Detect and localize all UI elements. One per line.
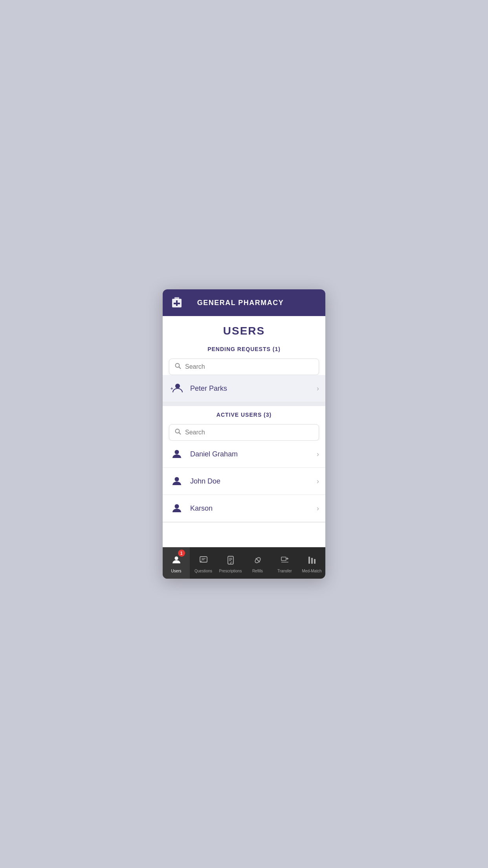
app-header: GENERAL PHARMACY: [163, 289, 325, 316]
nav-item-users[interactable]: 1 Users: [163, 547, 190, 579]
active-user-chevron-1: ›: [317, 477, 319, 485]
pending-requests-header: PENDING REQUESTS (1): [163, 341, 325, 356]
active-search-input[interactable]: [185, 429, 313, 436]
active-user-icon-1: [169, 473, 185, 489]
svg-line-24: [256, 558, 260, 562]
svg-rect-28: [308, 557, 310, 564]
pending-requests-section: PENDING REQUESTS (1) +: [163, 341, 325, 402]
pending-search-input[interactable]: [185, 363, 313, 370]
users-nav-icon: [172, 555, 181, 567]
svg-point-13: [174, 556, 178, 560]
app-frame: GENERAL PHARMACY USERS PENDING REQUESTS …: [163, 289, 325, 579]
nav-item-prescriptions[interactable]: Prescriptions: [217, 547, 244, 579]
svg-line-9: [179, 433, 181, 434]
users-nav-label: Users: [171, 569, 181, 573]
page-title: USERS: [163, 316, 325, 341]
svg-point-10: [175, 450, 179, 454]
active-search-icon: [175, 428, 181, 436]
svg-rect-2: [174, 303, 180, 304]
bottom-divider: [163, 522, 325, 522]
svg-line-5: [179, 367, 181, 369]
medmatch-nav-icon: [307, 555, 317, 567]
questions-nav-icon: [199, 555, 208, 567]
pending-search-container: [169, 359, 319, 375]
active-user-name-0: Daniel Graham: [190, 450, 317, 458]
svg-rect-25: [281, 557, 286, 561]
pending-search-icon: [175, 363, 181, 371]
pending-user-name: Peter Parks: [190, 384, 317, 393]
svg-point-11: [175, 477, 179, 482]
active-user-row-2[interactable]: Karson ›: [163, 495, 325, 522]
bottom-nav: 1 Users Questions: [163, 547, 325, 579]
active-user-row-0[interactable]: Daniel Graham ›: [163, 441, 325, 468]
active-search-container: [169, 424, 319, 441]
pending-user-row[interactable]: + Peter Parks ›: [163, 375, 325, 402]
prescriptions-nav-label: Prescriptions: [219, 569, 242, 573]
section-separator: [163, 402, 325, 406]
active-user-row-1[interactable]: John Doe ›: [163, 468, 325, 495]
svg-rect-30: [314, 559, 316, 564]
svg-line-22: [231, 562, 232, 563]
medmatch-nav-label: Med-Match: [302, 569, 321, 573]
active-users-section: ACTIVE USERS (3): [163, 406, 325, 522]
nav-item-questions[interactable]: Questions: [190, 547, 217, 579]
active-user-name-2: Karson: [190, 504, 317, 513]
active-user-icon-0: [169, 446, 185, 462]
nav-item-transfer[interactable]: Transfer: [271, 547, 298, 579]
refills-nav-label: Refills: [252, 569, 263, 573]
transfer-nav-label: Transfer: [277, 569, 292, 573]
nav-item-refills[interactable]: Refills: [244, 547, 271, 579]
active-user-chevron-2: ›: [317, 504, 319, 513]
svg-rect-3: [174, 297, 179, 300]
active-user-name-1: John Doe: [190, 477, 317, 485]
refills-nav-icon: [253, 555, 262, 567]
active-user-chevron-0: ›: [317, 450, 319, 458]
prescriptions-nav-icon: [226, 555, 235, 567]
main-content: USERS PENDING REQUESTS (1) +: [163, 316, 325, 547]
active-user-icon-2: [169, 500, 185, 516]
transfer-nav-icon: [280, 555, 290, 567]
svg-point-12: [175, 504, 179, 509]
pharmacy-icon: [171, 296, 183, 309]
questions-nav-label: Questions: [194, 569, 212, 573]
nav-item-medmatch[interactable]: Med-Match: [298, 547, 325, 579]
users-badge: 1: [178, 550, 185, 557]
svg-point-7: [175, 384, 180, 388]
pending-user-chevron: ›: [317, 384, 319, 393]
app-title: GENERAL PHARMACY: [183, 299, 298, 307]
svg-rect-29: [311, 558, 313, 564]
active-users-header: ACTIVE USERS (3): [163, 406, 325, 422]
pending-user-icon: +: [169, 381, 185, 396]
svg-text:+: +: [171, 386, 173, 391]
